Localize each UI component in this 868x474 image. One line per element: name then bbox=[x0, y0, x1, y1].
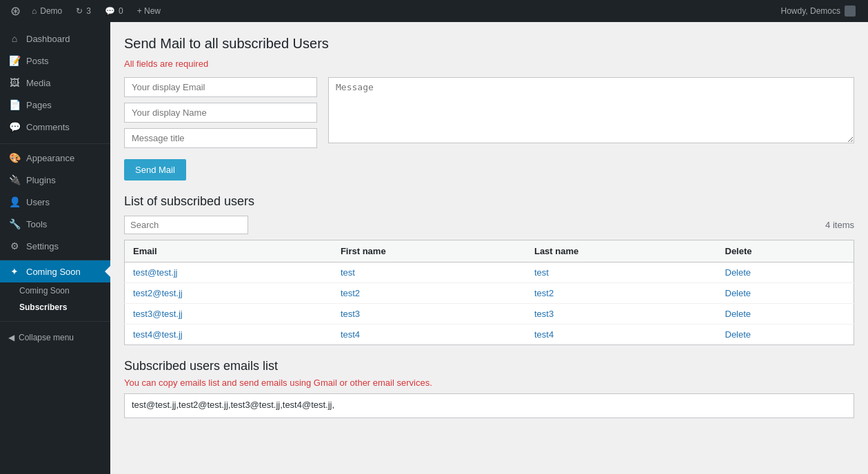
media-icon: 🖼 bbox=[8, 77, 21, 88]
emails-list-box[interactable]: test@test.jj,test2@test.jj,test3@test.jj… bbox=[124, 393, 854, 418]
email-link[interactable]: test4@test.jj bbox=[133, 329, 183, 340]
howdy-label: Howdy, Democs bbox=[781, 6, 840, 16]
sidebar-item-label: Settings bbox=[26, 241, 59, 251]
wp-logo-icon[interactable]: ⊛ bbox=[6, 0, 25, 22]
table-row: test@test.jj test test Delete bbox=[125, 262, 854, 283]
sub-coming-soon-label: Coming Soon bbox=[19, 286, 70, 296]
last-name-link[interactable]: test2 bbox=[534, 288, 554, 298]
last-name-link[interactable]: test bbox=[534, 267, 549, 278]
sidebar-item-label: Comments bbox=[26, 122, 70, 132]
list-header: 4 items bbox=[124, 216, 854, 234]
page-title: Send Mail to all subscribed Users bbox=[124, 36, 854, 52]
table-row: test3@test.jj test3 test3 Delete bbox=[125, 304, 854, 324]
email-link[interactable]: test@test.jj bbox=[133, 267, 178, 278]
sidebar-sub-subscribers[interactable]: Subscribers bbox=[0, 299, 110, 316]
pages-icon: 📄 bbox=[8, 99, 21, 110]
email-link[interactable]: test2@test.jj bbox=[133, 288, 183, 298]
sidebar-item-appearance[interactable]: 🎨 Appearance bbox=[0, 147, 110, 169]
sidebar-item-settings[interactable]: ⚙ Settings bbox=[0, 235, 110, 257]
form-right-panel bbox=[328, 77, 854, 148]
sidebar-item-label: Tools bbox=[26, 219, 47, 229]
site-name-item[interactable]: ⌂ Demo bbox=[25, 0, 69, 22]
collapse-label: Collapse menu bbox=[19, 333, 74, 342]
sidebar-item-users[interactable]: 👤 Users bbox=[0, 191, 110, 213]
appearance-icon: 🎨 bbox=[8, 152, 21, 163]
dashboard-icon: ⌂ bbox=[8, 33, 21, 44]
subscribers-table: Email First name Last name Delete test@t… bbox=[124, 240, 854, 345]
new-content-item[interactable]: + New bbox=[130, 0, 168, 22]
delete-link[interactable]: Delete bbox=[725, 309, 751, 319]
sidebar-item-pages[interactable]: 📄 Pages bbox=[0, 94, 110, 116]
delete-link[interactable]: Delete bbox=[725, 329, 751, 340]
sidebar-item-comments[interactable]: 💬 Comments bbox=[0, 116, 110, 138]
last-name-link[interactable]: test3 bbox=[534, 309, 554, 319]
posts-icon: 📝 bbox=[8, 55, 21, 66]
table-row: test4@test.jj test4 test4 Delete bbox=[125, 324, 854, 345]
form-left-panel bbox=[124, 77, 317, 148]
comments-icon: 💬 bbox=[105, 6, 115, 16]
last-name-link[interactable]: test4 bbox=[534, 329, 554, 340]
coming-soon-icon: ✦ bbox=[8, 266, 21, 277]
coming-soon-label: Coming Soon bbox=[26, 267, 81, 277]
col-last-name: Last name bbox=[526, 240, 717, 262]
sidebar-item-coming-soon[interactable]: ✦ Coming Soon bbox=[0, 260, 110, 282]
email-field[interactable] bbox=[124, 77, 317, 97]
comments-count: 0 bbox=[119, 6, 123, 16]
sidebar-item-label: Users bbox=[26, 197, 50, 207]
title-field[interactable] bbox=[124, 128, 317, 148]
first-name-link[interactable]: test bbox=[341, 267, 355, 278]
emails-section-title: Subscribed users emails list bbox=[124, 359, 854, 373]
site-name-label: Demo bbox=[40, 6, 62, 16]
subscribers-table-body: test@test.jj test test Delete test2@test… bbox=[125, 262, 854, 345]
delete-link[interactable]: Delete bbox=[725, 267, 751, 278]
sidebar-item-plugins[interactable]: 🔌 Plugins bbox=[0, 169, 110, 191]
first-name-link[interactable]: test3 bbox=[341, 309, 360, 319]
sidebar-item-label: Pages bbox=[26, 100, 52, 110]
sidebar-item-label: Plugins bbox=[26, 175, 56, 185]
tools-icon: 🔧 bbox=[8, 218, 21, 229]
name-field[interactable] bbox=[124, 103, 317, 123]
delete-link[interactable]: Delete bbox=[725, 288, 751, 298]
first-name-link[interactable]: test4 bbox=[341, 329, 360, 340]
sidebar-sub-coming-soon[interactable]: Coming Soon bbox=[0, 282, 110, 299]
sidebar-item-label: Appearance bbox=[26, 153, 74, 163]
comments-item[interactable]: 💬 0 bbox=[98, 0, 130, 22]
users-icon: 👤 bbox=[8, 196, 21, 207]
user-howdy[interactable]: Howdy, Democs bbox=[774, 6, 862, 17]
sidebar-item-tools[interactable]: 🔧 Tools bbox=[0, 213, 110, 235]
collapse-icon: ◀ bbox=[8, 333, 14, 342]
admin-bar: ⊛ ⌂ Demo ↻ 3 💬 0 + New Howdy, Democs bbox=[0, 0, 868, 22]
emails-notice: You can copy emails list and send emails… bbox=[124, 378, 854, 388]
new-label: + New bbox=[137, 6, 161, 16]
plugins-icon: 🔌 bbox=[8, 174, 21, 185]
sidebar-item-label: Posts bbox=[26, 56, 49, 66]
collapse-menu-button[interactable]: ◀ Collapse menu bbox=[0, 327, 110, 348]
table-row: test2@test.jj test2 test2 Delete bbox=[125, 283, 854, 304]
settings-icon: ⚙ bbox=[8, 240, 21, 251]
sub-subscribers-label: Subscribers bbox=[19, 302, 67, 312]
sidebar-item-dashboard[interactable]: ⌂ Dashboard bbox=[0, 28, 110, 50]
send-mail-button[interactable]: Send Mail bbox=[124, 159, 186, 181]
user-avatar bbox=[845, 6, 856, 17]
main-content: Send Mail to all subscribed Users All fi… bbox=[110, 22, 868, 474]
col-email: Email bbox=[125, 240, 332, 262]
updates-icon: ↻ bbox=[76, 6, 83, 16]
first-name-link[interactable]: test2 bbox=[341, 288, 360, 298]
search-input[interactable] bbox=[124, 216, 248, 234]
col-first-name: First name bbox=[332, 240, 526, 262]
sidebar-item-label: Dashboard bbox=[26, 34, 70, 44]
updates-item[interactable]: ↻ 3 bbox=[69, 0, 98, 22]
items-count: 4 items bbox=[825, 220, 854, 230]
home-icon: ⌂ bbox=[32, 6, 37, 16]
updates-count: 3 bbox=[86, 6, 91, 16]
sidebar-item-media[interactable]: 🖼 Media bbox=[0, 72, 110, 94]
table-header-row: Email First name Last name Delete bbox=[125, 240, 854, 262]
mail-form bbox=[124, 77, 854, 148]
sidebar-item-posts[interactable]: 📝 Posts bbox=[0, 50, 110, 72]
send-mail-label: Send Mail bbox=[135, 165, 175, 175]
message-textarea[interactable] bbox=[328, 77, 854, 143]
sidebar: ⌂ Dashboard 📝 Posts 🖼 Media 📄 Pages 💬 Co… bbox=[0, 22, 110, 474]
comments-nav-icon: 💬 bbox=[8, 121, 21, 132]
email-link[interactable]: test3@test.jj bbox=[133, 309, 183, 319]
required-notice: All fields are required bbox=[124, 59, 854, 69]
